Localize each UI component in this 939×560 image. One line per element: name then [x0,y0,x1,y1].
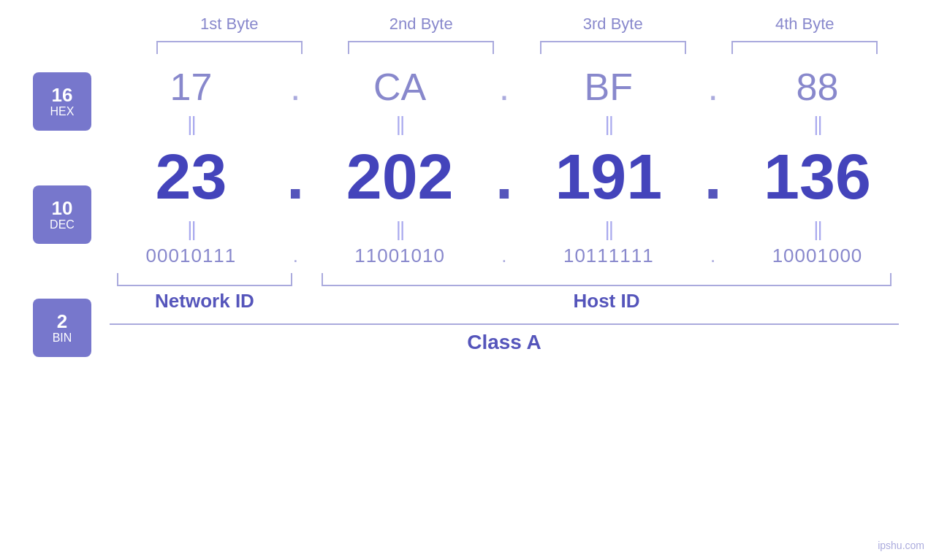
eq1-dot1 [281,112,310,136]
eq2-b1: || [118,218,264,241]
bin-b3: 10111111 [536,245,682,267]
watermark: ipshu.com [878,540,924,551]
eq2-b4: || [744,218,890,241]
hex-dot1: . [281,65,310,109]
class-label: Class A [467,331,541,354]
hex-b2: CA [327,65,473,109]
eq2-dot3 [699,218,728,241]
bracket-top-4 [731,41,878,54]
host-id-label: Host ID [322,290,892,312]
hex-badge: 16 HEX [33,72,91,131]
eq1-b4: || [744,112,890,136]
bin-badge-number: 2 [57,311,67,332]
byte-headers: 1st Byte 2nd Byte 3rd Byte 4th Byte [134,15,901,34]
label-spacer [292,290,322,312]
eq2-b3: || [536,218,682,241]
hex-row: 17 . CA . BF . 88 [102,65,906,109]
bin-dot2: . [490,245,519,267]
network-bracket [117,273,292,286]
dec-b2: 202 [327,145,473,209]
bracket-top-1 [156,41,303,54]
main-container: 1st Byte 2nd Byte 3rd Byte 4th Byte 16 H… [0,0,939,560]
byte4-header: 4th Byte [731,15,878,34]
dec-badge-label: DEC [50,218,75,231]
bracket-top-3 [540,41,686,54]
network-id-label: Network ID [117,290,292,312]
bin-badge-label: BIN [53,331,72,345]
dec-badge: 10 DEC [33,185,91,244]
equals-row-1: || || || || [102,112,906,136]
hex-dot2: . [490,65,519,109]
equals-row-2: || || || || [102,218,906,241]
bin-dot3: . [699,245,728,267]
bin-row: 00010111 . 11001010 . 10111111 . [102,245,906,267]
dec-dot2: . [490,139,519,214]
byte3-header: 3rd Byte [540,15,686,34]
eq2-dot1 [281,218,310,241]
top-brackets [134,41,901,54]
eq1-dot3 [699,112,728,136]
badges-column: 16 HEX 10 DEC 2 BIN [0,72,102,357]
bin-b1: 00010111 [118,245,264,267]
eq2-b2: || [327,218,473,241]
eq1-b1: || [118,112,264,136]
hex-badge-label: HEX [50,105,75,118]
byte2-header: 2nd Byte [348,15,494,34]
segment-labels: Network ID Host ID [102,290,906,312]
class-label-row: Class A [102,331,906,354]
bin-dot1: . [281,245,310,267]
hex-badge-number: 16 [52,85,73,106]
hex-dot3: . [699,65,728,109]
hex-b1: 17 [118,65,264,109]
bottom-brackets [102,273,906,286]
byte1-header: 1st Byte [156,15,303,34]
eq1-b3: || [536,112,682,136]
dec-b3: 191 [536,145,682,209]
class-line [110,323,899,325]
bin-b2: 11001010 [327,245,473,267]
hex-b4: 88 [744,65,890,109]
bracket-top-2 [348,41,494,54]
dec-dot3: . [699,139,728,214]
eq1-b2: || [327,112,473,136]
class-line-container [102,323,906,325]
host-bracket [322,273,892,286]
dec-dot1: . [281,139,310,214]
dec-b4: 136 [744,145,890,209]
eq2-dot2 [490,218,519,241]
eq1-dot2 [490,112,519,136]
bin-b4: 10001000 [744,245,890,267]
hex-b3: BF [536,65,682,109]
dec-b1: 23 [118,145,264,209]
main-content: 16 HEX 10 DEC 2 BIN 17 . [0,65,939,357]
values-area: 17 . CA . BF . 88 [102,65,939,354]
dec-badge-number: 10 [52,198,73,219]
dec-row: 23 . 202 . 191 . 136 [102,139,906,214]
bin-badge: 2 BIN [33,299,91,357]
